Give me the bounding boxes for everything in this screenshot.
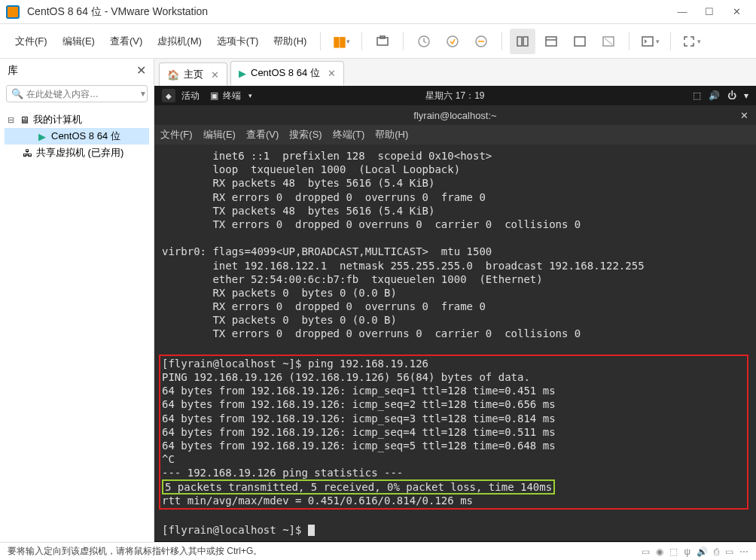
term-menu-terminal[interactable]: 终端(T) [333, 128, 365, 142]
pause-icon: ▮▮ [333, 33, 345, 50]
sidebar-search[interactable]: 🔍 ▼ [6, 85, 148, 102]
separator [629, 32, 629, 50]
library-sidebar: 库 ✕ 🔍 ▼ ⊟ 🖥 我的计算机 ▶ CentOS 8 64 位 🖧 共享虚拟… [0, 59, 154, 542]
toolbar-snapshot2[interactable] [440, 29, 465, 54]
tab-strip: 🏠 主页 ✕ ▶ CentOS 8 64 位 ✕ [154, 59, 756, 86]
ping-rtt: rtt min/avg/max/mdev = 0.451/0.616/0.814… [162, 495, 473, 507]
toolbar-snapshot3[interactable] [468, 29, 494, 54]
svg-rect-6 [523, 37, 528, 46]
separator [670, 32, 671, 50]
tree-shared[interactable]: 🖧 共享虚拟机 (已弃用) [5, 145, 149, 161]
svg-line-11 [605, 38, 612, 44]
maximize-button[interactable]: ☐ [696, 2, 723, 23]
sidebar-close[interactable]: ✕ [136, 63, 146, 78]
term-menu-view[interactable]: 查看(V) [246, 128, 279, 142]
device-sound-icon[interactable]: 🔊 [697, 546, 708, 557]
tree-root[interactable]: ⊟ 🖥 我的计算机 [5, 111, 149, 128]
device-usb-icon[interactable]: ψ [684, 546, 690, 557]
terminal-titlebar: flyrain@localhost:~ ✕ [154, 105, 756, 125]
app-icon [6, 5, 20, 19]
highlighted-ping-block: [flyrain@localhost ~]$ ping 192.168.19.1… [159, 355, 748, 510]
tree-root-label: 我的计算机 [33, 113, 82, 126]
volume-icon[interactable]: 🔊 [709, 90, 720, 101]
terminal-menubar: 文件(F) 编辑(E) 查看(V) 搜索(S) 终端(T) 帮助(H) [154, 125, 756, 145]
tab-home-label: 主页 [184, 68, 203, 81]
window-title: CentOS 8 64 位 - VMware Workstation [27, 5, 669, 19]
search-dropdown-icon[interactable]: ▼ [139, 90, 147, 98]
menu-file[interactable]: 文件(F) [9, 32, 53, 51]
computer-icon: 🖥 [18, 114, 30, 126]
search-input[interactable] [26, 89, 139, 99]
status-device-icons: ▭ ◉ ⬚ ψ 🔊 ⎙ ▭ ⋯ [642, 546, 748, 557]
device-hdd-icon[interactable]: ▭ [642, 546, 650, 557]
tab-vm-label: CentOS 8 64 位 [251, 66, 320, 80]
ping-output: PING 192.168.19.126 (192.168.19.126) 56(… [162, 371, 556, 479]
gnome-topbar: ◆ 活动 ▣ 终端 星期六 17：19 ⬚ 🔊 ⏻ ▾ [154, 86, 756, 105]
term-menu-file[interactable]: 文件(F) [160, 128, 193, 142]
svg-point-3 [447, 36, 458, 47]
svg-rect-7 [546, 37, 556, 46]
shared-icon: 🖧 [21, 148, 33, 159]
term-menu-help[interactable]: 帮助(H) [375, 128, 408, 142]
terminal-cursor [308, 525, 315, 536]
vm-tree: ⊟ 🖥 我的计算机 ▶ CentOS 8 64 位 🖧 共享虚拟机 (已弃用) [0, 108, 154, 164]
device-printer-icon[interactable]: ⎙ [714, 546, 719, 557]
toolbar-console[interactable] [637, 29, 663, 54]
toolbar-screenshot[interactable] [370, 29, 395, 54]
separator [501, 32, 502, 50]
gnome-appmenu[interactable]: ▣ 终端 [210, 90, 252, 102]
svg-rect-9 [575, 37, 585, 46]
toolbar-view4[interactable] [596, 29, 621, 54]
close-button[interactable]: ✕ [723, 2, 750, 23]
tab-vm-close[interactable]: ✕ [328, 68, 336, 79]
menu-edit[interactable]: 编辑(E) [56, 32, 101, 51]
terminal-title: flyrain@localhost:~ [413, 110, 496, 121]
toolbar-view2[interactable] [538, 29, 564, 54]
menu-help[interactable]: 帮助(H) [267, 32, 312, 51]
home-icon: 🏠 [167, 69, 179, 81]
terminal-close[interactable]: ✕ [740, 110, 748, 121]
menu-tabs[interactable]: 选项卡(T) [211, 32, 265, 51]
device-display-icon[interactable]: ▭ [725, 546, 733, 557]
menu-vm[interactable]: 虚拟机(M) [151, 32, 208, 51]
toolbar-fullscreen[interactable] [678, 29, 704, 54]
tree-vm-label: CentOS 8 64 位 [51, 129, 120, 143]
device-net-icon[interactable]: ⬚ [669, 546, 678, 557]
ifconfig-output: inet6 ::1 prefixlen 128 scopeid 0x10<hos… [162, 150, 645, 339]
device-cd-icon[interactable]: ◉ [656, 546, 663, 557]
window-titlebar: CentOS 8 64 位 - VMware Workstation — ☐ ✕ [0, 0, 756, 24]
gnome-logo-icon[interactable]: ◆ [162, 89, 175, 102]
power-icon[interactable]: ⏻ [727, 90, 736, 101]
vm-viewport[interactable]: ◆ 活动 ▣ 终端 星期六 17：19 ⬚ 🔊 ⏻ ▾ flyrain@loca… [154, 86, 756, 542]
pause-button[interactable]: ▮▮ [328, 29, 354, 54]
device-more-icon[interactable]: ⋯ [739, 546, 748, 557]
gnome-app-label: 终端 [223, 90, 241, 102]
search-icon: 🔍 [11, 88, 23, 99]
toolbar-view3[interactable] [567, 29, 593, 54]
term-menu-edit[interactable]: 编辑(E) [203, 128, 236, 142]
gnome-activities[interactable]: 活动 [181, 90, 200, 102]
network-icon[interactable]: ⬚ [693, 90, 701, 101]
tab-home-close[interactable]: ✕ [211, 69, 219, 81]
toolbar-snapshot1[interactable] [411, 29, 437, 54]
terminal-output[interactable]: inet6 ::1 prefixlen 128 scopeid 0x10<hos… [154, 145, 756, 541]
term-menu-search[interactable]: 搜索(S) [289, 128, 322, 142]
prompt: [flyrain@localhost ~]$ [162, 358, 308, 370]
status-text: 要将输入定向到该虚拟机，请将鼠标指针移入其中或按 Ctrl+G。 [8, 545, 262, 558]
tree-vm[interactable]: ▶ CentOS 8 64 位 [5, 128, 149, 145]
toolbar-view1[interactable] [510, 29, 535, 54]
prompt2: [flyrain@localhost ~]$ [162, 524, 308, 536]
menu-view[interactable]: 查看(V) [104, 32, 148, 51]
gnome-tray[interactable]: ⬚ 🔊 ⏻ ▾ [693, 90, 748, 101]
gnome-clock[interactable]: 星期六 17：19 [425, 90, 484, 102]
separator [320, 32, 321, 50]
tray-dropdown-icon[interactable]: ▾ [744, 90, 748, 101]
tab-home[interactable]: 🏠 主页 ✕ [159, 62, 227, 86]
expand-icon[interactable]: ⊟ [6, 115, 15, 125]
tab-vm[interactable]: ▶ CentOS 8 64 位 ✕ [230, 61, 344, 86]
terminal-app-icon: ▣ [210, 90, 218, 101]
minimize-button[interactable]: — [669, 2, 696, 23]
sidebar-title: 库 [8, 64, 18, 78]
svg-rect-5 [517, 37, 522, 46]
ping-command: ping 192.168.19.126 [308, 358, 428, 370]
